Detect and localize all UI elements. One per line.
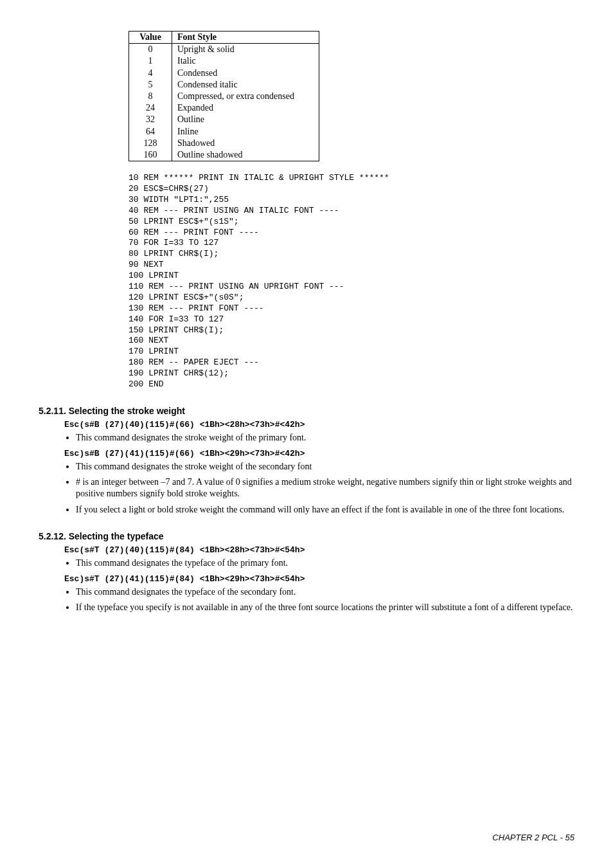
bullet-item: # is an integer between –7 and 7. A valu… [76, 476, 574, 500]
table-row: 64Inline [129, 126, 319, 138]
table-header-value: Value [129, 32, 172, 44]
table-row: 5Condensed italic [129, 79, 319, 91]
cell-value: 1 [129, 55, 172, 67]
table-row: 24Expanded [129, 102, 319, 114]
escape-command-secondary-stroke: Esc)s#B (27)(41)(115)#(66) <1Bh><29h><73… [64, 449, 574, 458]
basic-code-listing: 10 REM ****** PRINT IN ITALIC & UPRIGHT … [129, 173, 574, 390]
escape-command-secondary-typeface: Esc)s#T (27)(41)(115)#(84) <1Bh><29h><73… [64, 574, 574, 584]
bullet-list: This command designates the typeface of … [64, 557, 574, 569]
table-row: 128Shadowed [129, 138, 319, 149]
bullet-list: This command designates the stroke weigh… [64, 432, 574, 444]
table-row: 8Compressed, or extra condensed [129, 91, 319, 102]
cell-style: Condensed [172, 68, 319, 79]
cell-value: 5 [129, 79, 172, 91]
heading-stroke-weight: 5.2.11. Selecting the stroke weight [39, 406, 574, 416]
escape-command-primary-stroke: Esc(s#B (27)(40)(115)#(66) <1Bh><28h><73… [64, 420, 574, 429]
cell-value: 24 [129, 102, 172, 114]
bullet-item: This command designates the stroke weigh… [76, 461, 574, 473]
table-row: 0Upright & solid [129, 44, 319, 56]
page-footer: CHAPTER 2 PCL - 55 [492, 833, 574, 842]
cell-value: 32 [129, 114, 172, 125]
bullet-item: This command designates the typeface of … [76, 557, 574, 569]
bullet-item: This command designates the stroke weigh… [76, 432, 574, 444]
cell-value: 128 [129, 138, 172, 149]
escape-command-primary-typeface: Esc(s#T (27)(40)(115)#(84) <1Bh><28h><73… [64, 545, 574, 555]
cell-value: 160 [129, 149, 172, 161]
table-row: 1Italic [129, 55, 319, 67]
cell-value: 64 [129, 126, 172, 138]
cell-style: Upright & solid [172, 44, 319, 56]
bullet-item: This command designates the typeface of … [76, 586, 574, 598]
table-header-font-style: Font Style [172, 32, 319, 44]
cell-style: Condensed italic [172, 79, 319, 91]
bullet-item: If the typeface you specify is not avail… [76, 602, 574, 613]
table-row: 4Condensed [129, 68, 319, 79]
bullet-list: This command designates the typeface of … [64, 586, 574, 613]
cell-style: Italic [172, 55, 319, 67]
cell-style: Inline [172, 126, 319, 138]
table-row: 160Outline shadowed [129, 149, 319, 161]
font-style-table-wrap: Value Font Style 0Upright & solid 1Itali… [129, 31, 574, 161]
heading-typeface: 5.2.12. Selecting the typeface [39, 531, 574, 541]
bullet-list: This command designates the stroke weigh… [64, 461, 574, 516]
cell-style: Compressed, or extra condensed [172, 91, 319, 102]
cell-style: Shadowed [172, 138, 319, 149]
cell-value: 0 [129, 44, 172, 56]
cell-style: Outline shadowed [172, 149, 319, 161]
cell-value: 4 [129, 68, 172, 79]
cell-style: Expanded [172, 102, 319, 114]
cell-style: Outline [172, 114, 319, 125]
bullet-item: If you select a light or bold stroke wei… [76, 504, 574, 516]
table-row: 32Outline [129, 114, 319, 125]
cell-value: 8 [129, 91, 172, 102]
font-style-table: Value Font Style 0Upright & solid 1Itali… [129, 31, 319, 161]
